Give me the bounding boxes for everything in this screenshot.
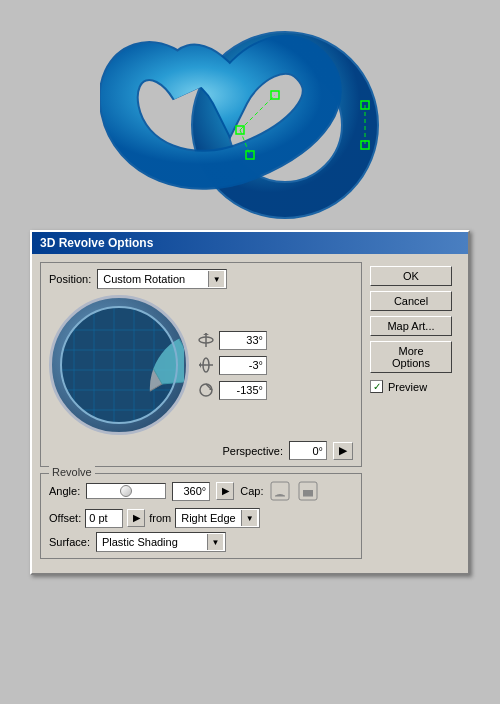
3d-torus-preview	[100, 10, 400, 220]
angle-slider-thumb[interactable]	[120, 485, 132, 497]
from-dropdown-arrow[interactable]: ▼	[241, 510, 257, 526]
dialog-title: 3D Revolve Options	[40, 236, 153, 250]
revolve-group: Revolve Angle: ▶ Cap:	[40, 473, 362, 559]
preview-area	[0, 0, 500, 230]
dialog-titlebar: 3D Revolve Options	[32, 232, 468, 254]
from-label: from	[149, 512, 171, 524]
preview-label: Preview	[388, 381, 427, 393]
offset-increment-btn[interactable]: ▶	[127, 509, 145, 527]
perspective-increment-btn[interactable]: ▶	[333, 442, 353, 460]
surface-row: Surface: Plastic Shading ▼	[49, 532, 353, 552]
position-row: Position: Custom Rotation ▼	[49, 269, 353, 289]
rotation-controls	[197, 331, 267, 400]
offset-input[interactable]	[85, 509, 123, 528]
preview-checkbox[interactable]: ✓	[370, 380, 383, 393]
angle-slider-track[interactable]	[86, 483, 166, 499]
position-dropdown[interactable]: Custom Rotation ▼	[97, 269, 227, 289]
dialog-3d-revolve: 3D Revolve Options Position: Custom Rota…	[30, 230, 470, 575]
rotation-circle-widget[interactable]	[49, 295, 189, 435]
offset-label: Offset:	[49, 512, 81, 524]
dialog-right-panel: OK Cancel Map Art... More Options ✓ Prev…	[370, 262, 460, 565]
angle-label: Angle:	[49, 485, 80, 497]
position-dropdown-value: Custom Rotation	[100, 273, 208, 285]
rotation-y-input[interactable]	[219, 356, 267, 375]
perspective-row: Perspective: ▶	[49, 441, 353, 460]
map-art-button[interactable]: Map Art...	[370, 316, 452, 336]
cap-round-btn[interactable]	[269, 480, 291, 502]
from-dropdown-value: Right Edge	[178, 512, 241, 524]
cap-flat-btn[interactable]	[297, 480, 319, 502]
svg-rect-36	[271, 482, 289, 500]
more-options-button[interactable]: More Options	[370, 341, 452, 373]
rotation-z-row	[197, 381, 267, 400]
svg-rect-39	[303, 490, 313, 496]
rotation-x-icon	[197, 331, 215, 349]
from-dropdown[interactable]: Right Edge ▼	[175, 508, 260, 528]
rotation-widget	[49, 295, 353, 435]
offset-row: Offset: ▶ from Right Edge ▼	[49, 508, 353, 528]
svg-marker-32	[199, 362, 201, 368]
angle-row: Angle: ▶ Cap:	[49, 480, 353, 502]
angle-input[interactable]	[172, 482, 210, 501]
rotation-z-input[interactable]	[219, 381, 267, 400]
preview-row: ✓ Preview	[370, 378, 460, 395]
rotation-y-icon	[197, 356, 215, 374]
position-label: Position:	[49, 273, 91, 285]
rotation-z-icon	[197, 381, 215, 399]
surface-dropdown-value: Plastic Shading	[99, 536, 207, 548]
rotation-x-row	[197, 331, 267, 350]
perspective-input[interactable]	[289, 441, 327, 460]
rotation-x-input[interactable]	[219, 331, 267, 350]
cap-label: Cap:	[240, 485, 263, 497]
surface-dropdown[interactable]: Plastic Shading ▼	[96, 532, 226, 552]
angle-increment-btn[interactable]: ▶	[216, 482, 234, 500]
rotation-widget-svg	[54, 300, 184, 430]
rotation-y-row	[197, 356, 267, 375]
position-group: Position: Custom Rotation ▼	[40, 262, 362, 467]
revolve-section-label: Revolve	[49, 466, 95, 478]
surface-dropdown-arrow[interactable]: ▼	[207, 534, 223, 550]
cancel-button[interactable]: Cancel	[370, 291, 452, 311]
position-dropdown-arrow[interactable]: ▼	[208, 271, 224, 287]
dialog-left-panel: Position: Custom Rotation ▼	[40, 262, 362, 565]
surface-label: Surface:	[49, 536, 90, 548]
perspective-label: Perspective:	[222, 445, 283, 457]
svg-marker-29	[203, 333, 209, 335]
ok-button[interactable]: OK	[370, 266, 452, 286]
